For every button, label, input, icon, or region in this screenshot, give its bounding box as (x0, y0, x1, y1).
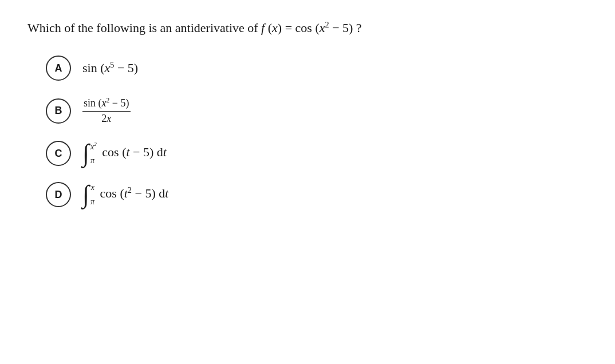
option-row-d: D ∫ x π cos (t2 − 5) dt (46, 182, 588, 207)
question-function: f (x) = cos (x2 − 5) ? (261, 21, 362, 35)
option-row-b: B sin (x2 − 5) 2x (46, 97, 588, 125)
option-row-a: A sin (x5 − 5) (46, 56, 588, 81)
option-circle-a[interactable]: A (46, 56, 71, 81)
option-circle-d[interactable]: D (46, 182, 71, 207)
option-content-b: sin (x2 − 5) 2x (82, 97, 131, 125)
question-text: Which of the following is an antiderivat… (27, 18, 588, 37)
option-row-c: C ∫ x2 π cos (t − 5) dt (46, 141, 588, 166)
option-circle-b[interactable]: B (46, 98, 71, 124)
option-content-c: ∫ x2 π cos (t − 5) dt (82, 141, 167, 166)
integral-symbol-d: ∫ (82, 182, 89, 207)
option-content-d: ∫ x π cos (t2 − 5) dt (82, 182, 168, 207)
option-content-a: sin (x5 − 5) (82, 59, 138, 77)
options-container: A sin (x5 − 5) B sin (x2 − 5) 2x C ∫ x2 (46, 56, 588, 207)
integral-symbol-c: ∫ (82, 141, 89, 166)
option-circle-c[interactable]: C (46, 141, 71, 166)
